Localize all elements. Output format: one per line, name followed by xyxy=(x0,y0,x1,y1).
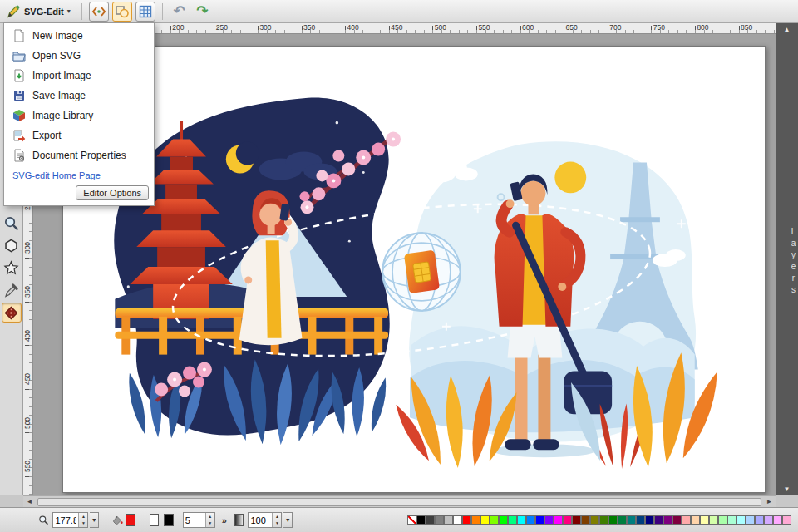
scrollbar-thumb[interactable] xyxy=(37,498,761,506)
menu-item-save-image[interactable]: Save Image xyxy=(4,86,154,106)
palette-swatch[interactable] xyxy=(682,515,691,525)
polygon-tool-button[interactable] xyxy=(2,235,22,255)
h-ruler-tick-label: 200 xyxy=(172,23,184,32)
stroke-width-input[interactable] xyxy=(184,513,205,527)
palette-swatch[interactable] xyxy=(480,515,490,525)
menu-item-document-properties[interactable]: Document Properties xyxy=(4,145,154,165)
top-toolbar: SVG-Edit ▾ ↶ ↷ xyxy=(0,0,798,23)
palette-swatch[interactable] xyxy=(471,515,480,525)
palette-swatch[interactable] xyxy=(444,515,453,525)
palette-swatch[interactable] xyxy=(627,515,636,525)
palette-swatch[interactable] xyxy=(755,515,764,525)
messenger-bag xyxy=(564,372,612,415)
palette-swatch[interactable] xyxy=(535,515,544,525)
palette-swatch[interactable] xyxy=(608,515,618,525)
palette-swatch[interactable] xyxy=(563,515,572,525)
canvas-illustration[interactable] xyxy=(63,47,765,492)
export-icon xyxy=(12,129,26,142)
palette-swatch[interactable] xyxy=(663,515,672,525)
palette-swatch[interactable] xyxy=(718,515,727,525)
eyedropper-tool-button[interactable] xyxy=(2,280,22,300)
palette-swatch[interactable] xyxy=(599,515,608,525)
palette-swatch[interactable] xyxy=(517,515,526,525)
palette-swatch[interactable] xyxy=(645,515,654,525)
menu-item-image-library[interactable]: Image Library xyxy=(4,106,154,126)
palette-swatch[interactable] xyxy=(490,515,499,525)
svgedit-home-page-link[interactable]: SVG-edit Home Page xyxy=(4,165,154,184)
palette-swatch[interactable] xyxy=(554,515,563,525)
palette-swatch[interactable] xyxy=(636,515,645,525)
toolbar-separator xyxy=(81,3,82,20)
menu-item-export[interactable]: Export xyxy=(4,126,154,145)
palette-swatch[interactable] xyxy=(700,515,709,525)
logo-caret-icon: ▾ xyxy=(67,7,71,15)
main-menu-button[interactable]: SVG-Edit ▾ xyxy=(3,2,76,22)
h-ruler-tick-label: 350 xyxy=(303,23,315,32)
palette-swatch[interactable] xyxy=(426,515,435,525)
palette-swatch[interactable] xyxy=(746,515,755,525)
palette-swatch[interactable] xyxy=(709,515,718,525)
editor-options-button[interactable]: Editor Options xyxy=(76,185,149,200)
opacity-gradient-swatch[interactable] xyxy=(234,514,244,526)
shape-library-button[interactable] xyxy=(112,2,132,22)
opacity-spinner-arrows[interactable]: ▲▼ xyxy=(272,513,281,527)
palette-swatch[interactable] xyxy=(618,515,627,525)
palette-swatch[interactable] xyxy=(462,515,471,525)
palette-swatch[interactable] xyxy=(508,515,517,525)
menu-item-open-svg[interactable]: Open SVG xyxy=(4,46,154,66)
grid-snap-button[interactable] xyxy=(135,2,155,22)
palette-swatch[interactable] xyxy=(691,515,700,525)
v-ruler-tick-label: 550 xyxy=(23,458,32,475)
palette-swatch[interactable] xyxy=(435,515,444,525)
palette-swatch[interactable] xyxy=(736,515,746,525)
palette-swatch[interactable] xyxy=(773,515,782,525)
palette-swatch[interactable] xyxy=(407,515,416,525)
v-ruler-tick-label: 400 xyxy=(23,328,32,344)
v-ruler-tick-label: 500 xyxy=(23,415,32,431)
more-options-button[interactable]: » xyxy=(222,515,227,525)
opacity-dropdown-button[interactable]: ▼ xyxy=(283,512,293,528)
palette-swatch[interactable] xyxy=(782,515,791,525)
star-tool-button[interactable] xyxy=(2,258,22,278)
stroke-paint-swatch[interactable] xyxy=(150,514,160,526)
palette-swatch[interactable] xyxy=(727,515,736,525)
palette-swatch[interactable] xyxy=(499,515,508,525)
palette-swatch[interactable] xyxy=(654,515,663,525)
scroll-right-button[interactable]: ► xyxy=(763,496,776,508)
pattern-tool-button[interactable] xyxy=(2,303,22,323)
undo-button[interactable]: ↶ xyxy=(170,2,190,22)
palette-swatch[interactable] xyxy=(544,515,554,525)
horizontal-scrollbar[interactable]: ◄ ► xyxy=(23,495,776,507)
zoom-spinner-arrows[interactable]: ▲▼ xyxy=(78,513,87,527)
zoom-input[interactable] xyxy=(53,513,78,527)
zoom-spinner[interactable]: ▲▼ xyxy=(52,512,88,528)
open-svg-icon xyxy=(12,49,26,62)
palette-swatch[interactable] xyxy=(453,515,462,525)
zoom-dropdown-button[interactable]: ▼ xyxy=(90,512,99,528)
h-ruler-tick-label: 300 xyxy=(259,23,271,32)
opacity-spinner[interactable]: ▲▼ xyxy=(248,512,282,528)
redo-button[interactable]: ↷ xyxy=(193,2,213,22)
menu-item-import-image[interactable]: Import Image xyxy=(4,66,154,86)
palette-swatch[interactable] xyxy=(590,515,599,525)
stroke-color-swatch[interactable] xyxy=(164,514,174,526)
scroll-up-button[interactable]: ▲ xyxy=(776,23,798,36)
scroll-down-button[interactable]: ▼ xyxy=(776,483,798,495)
palette-swatch[interactable] xyxy=(581,515,590,525)
palette-swatch[interactable] xyxy=(572,515,581,525)
source-editor-button[interactable] xyxy=(89,2,109,22)
menu-item-new-image[interactable]: New Image xyxy=(4,26,154,46)
zoom-tool-button[interactable] xyxy=(2,213,22,233)
opacity-input[interactable] xyxy=(249,513,272,527)
layers-panel-tab[interactable]: Layers xyxy=(776,227,798,297)
scroll-left-button[interactable]: ◄ xyxy=(23,496,36,508)
fill-color-swatch[interactable] xyxy=(126,514,135,526)
stroke-width-spinner[interactable]: ▲▼ xyxy=(183,512,215,528)
palette-swatch[interactable] xyxy=(672,515,682,525)
stroke-width-spinner-arrows[interactable]: ▲▼ xyxy=(205,513,214,527)
palette-swatch[interactable] xyxy=(416,515,426,525)
palette-swatch[interactable] xyxy=(526,515,535,525)
svg-canvas[interactable] xyxy=(62,46,766,493)
polygon-icon xyxy=(3,238,19,254)
palette-swatch[interactable] xyxy=(764,515,773,525)
